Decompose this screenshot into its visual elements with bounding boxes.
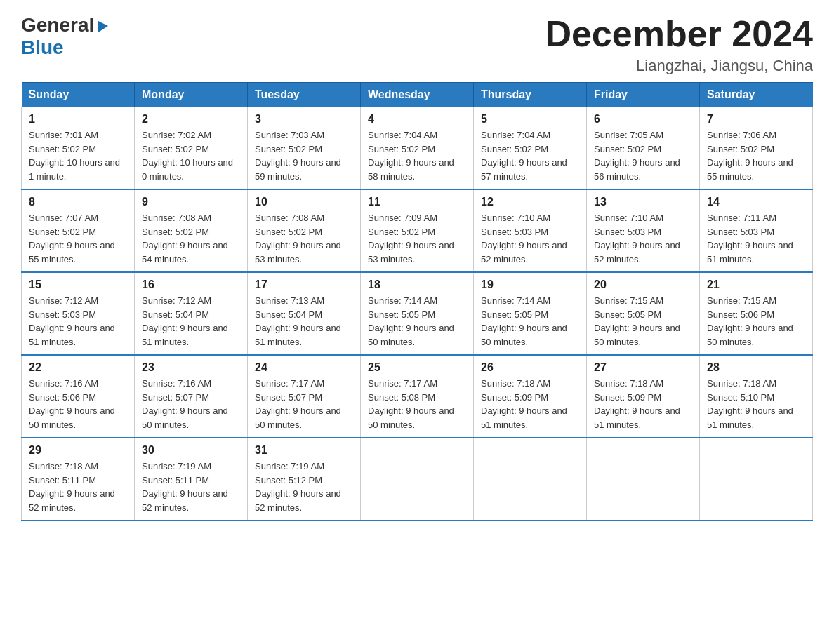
day-number: 5 [481,113,579,126]
svg-marker-0 [98,21,108,32]
col-wednesday: Wednesday [361,83,474,107]
table-row: 5 Sunrise: 7:04 AM Sunset: 5:02 PM Dayli… [474,107,587,190]
location-subtitle: Liangzhai, Jiangsu, China [545,57,813,75]
day-number: 17 [255,279,353,291]
table-row: 26 Sunrise: 7:18 AM Sunset: 5:09 PM Dayl… [474,355,587,438]
table-row [700,438,813,521]
table-row [587,438,700,521]
calendar-table: Sunday Monday Tuesday Wednesday Thursday… [21,82,813,521]
day-number: 12 [481,196,579,208]
table-row: 11 Sunrise: 7:09 AM Sunset: 5:02 PM Dayl… [361,189,474,272]
day-number: 18 [368,279,466,291]
table-row: 30 Sunrise: 7:19 AM Sunset: 5:11 PM Dayl… [135,438,248,521]
day-info: Sunrise: 7:19 AM Sunset: 5:12 PM Dayligh… [255,459,353,514]
calendar-week-row: 8 Sunrise: 7:07 AM Sunset: 5:02 PM Dayli… [22,189,813,272]
col-tuesday: Tuesday [248,83,361,107]
table-row [474,438,587,521]
table-row: 21 Sunrise: 7:15 AM Sunset: 5:06 PM Dayl… [700,272,813,355]
day-number: 30 [142,444,240,457]
day-number: 8 [29,196,127,208]
day-number: 2 [142,113,240,126]
title-block: December 2024 Liangzhai, Jiangsu, China [545,14,813,75]
logo-triangle-icon [95,18,111,34]
day-info: Sunrise: 7:12 AM Sunset: 5:04 PM Dayligh… [142,294,240,349]
day-number: 4 [368,113,466,126]
table-row [361,438,474,521]
table-row: 13 Sunrise: 7:10 AM Sunset: 5:03 PM Dayl… [587,189,700,272]
day-number: 28 [707,361,805,374]
col-friday: Friday [587,83,700,107]
table-row: 6 Sunrise: 7:05 AM Sunset: 5:02 PM Dayli… [587,107,700,190]
logo: General Blue [21,14,111,59]
day-info: Sunrise: 7:03 AM Sunset: 5:02 PM Dayligh… [255,128,353,183]
col-thursday: Thursday [474,83,587,107]
day-number: 24 [255,361,353,374]
table-row: 12 Sunrise: 7:10 AM Sunset: 5:03 PM Dayl… [474,189,587,272]
table-row: 28 Sunrise: 7:18 AM Sunset: 5:10 PM Dayl… [700,355,813,438]
day-number: 27 [594,361,692,374]
day-info: Sunrise: 7:19 AM Sunset: 5:11 PM Dayligh… [142,459,240,514]
table-row: 27 Sunrise: 7:18 AM Sunset: 5:09 PM Dayl… [587,355,700,438]
day-info: Sunrise: 7:15 AM Sunset: 5:06 PM Dayligh… [707,294,805,349]
day-info: Sunrise: 7:14 AM Sunset: 5:05 PM Dayligh… [481,294,579,349]
day-number: 31 [255,444,353,457]
day-info: Sunrise: 7:04 AM Sunset: 5:02 PM Dayligh… [481,128,579,183]
calendar-week-row: 1 Sunrise: 7:01 AM Sunset: 5:02 PM Dayli… [22,107,813,190]
table-row: 16 Sunrise: 7:12 AM Sunset: 5:04 PM Dayl… [135,272,248,355]
day-info: Sunrise: 7:18 AM Sunset: 5:09 PM Dayligh… [594,377,692,431]
day-info: Sunrise: 7:16 AM Sunset: 5:07 PM Dayligh… [142,377,240,431]
day-info: Sunrise: 7:10 AM Sunset: 5:03 PM Dayligh… [594,211,692,266]
col-sunday: Sunday [22,83,135,107]
table-row: 23 Sunrise: 7:16 AM Sunset: 5:07 PM Dayl… [135,355,248,438]
day-info: Sunrise: 7:06 AM Sunset: 5:02 PM Dayligh… [707,128,805,183]
day-info: Sunrise: 7:17 AM Sunset: 5:08 PM Dayligh… [368,377,466,431]
day-info: Sunrise: 7:04 AM Sunset: 5:02 PM Dayligh… [368,128,466,183]
table-row: 20 Sunrise: 7:15 AM Sunset: 5:05 PM Dayl… [587,272,700,355]
day-info: Sunrise: 7:17 AM Sunset: 5:07 PM Dayligh… [255,377,353,431]
table-row: 15 Sunrise: 7:12 AM Sunset: 5:03 PM Dayl… [22,272,135,355]
day-info: Sunrise: 7:08 AM Sunset: 5:02 PM Dayligh… [255,211,353,266]
table-row: 14 Sunrise: 7:11 AM Sunset: 5:03 PM Dayl… [700,189,813,272]
day-info: Sunrise: 7:08 AM Sunset: 5:02 PM Dayligh… [142,211,240,266]
day-info: Sunrise: 7:18 AM Sunset: 5:11 PM Dayligh… [29,459,127,514]
day-info: Sunrise: 7:14 AM Sunset: 5:05 PM Dayligh… [368,294,466,349]
table-row: 7 Sunrise: 7:06 AM Sunset: 5:02 PM Dayli… [700,107,813,190]
day-number: 19 [481,279,579,291]
day-number: 13 [594,196,692,208]
day-number: 26 [481,361,579,374]
day-number: 10 [255,196,353,208]
day-info: Sunrise: 7:12 AM Sunset: 5:03 PM Dayligh… [29,294,127,349]
calendar-week-row: 15 Sunrise: 7:12 AM Sunset: 5:03 PM Dayl… [22,272,813,355]
day-info: Sunrise: 7:05 AM Sunset: 5:02 PM Dayligh… [594,128,692,183]
table-row: 22 Sunrise: 7:16 AM Sunset: 5:06 PM Dayl… [22,355,135,438]
table-row: 9 Sunrise: 7:08 AM Sunset: 5:02 PM Dayli… [135,189,248,272]
day-number: 1 [29,113,127,126]
calendar-week-row: 29 Sunrise: 7:18 AM Sunset: 5:11 PM Dayl… [22,438,813,521]
day-info: Sunrise: 7:18 AM Sunset: 5:10 PM Dayligh… [707,377,805,431]
day-info: Sunrise: 7:11 AM Sunset: 5:03 PM Dayligh… [707,211,805,266]
day-info: Sunrise: 7:18 AM Sunset: 5:09 PM Dayligh… [481,377,579,431]
table-row: 2 Sunrise: 7:02 AM Sunset: 5:02 PM Dayli… [135,107,248,190]
day-number: 11 [368,196,466,208]
table-row: 31 Sunrise: 7:19 AM Sunset: 5:12 PM Dayl… [248,438,361,521]
day-number: 25 [368,361,466,374]
day-info: Sunrise: 7:10 AM Sunset: 5:03 PM Dayligh… [481,211,579,266]
day-number: 21 [707,279,805,291]
table-row: 18 Sunrise: 7:14 AM Sunset: 5:05 PM Dayl… [361,272,474,355]
day-number: 7 [707,113,805,126]
day-number: 16 [142,279,240,291]
day-number: 6 [594,113,692,126]
table-row: 1 Sunrise: 7:01 AM Sunset: 5:02 PM Dayli… [22,107,135,190]
table-row: 17 Sunrise: 7:13 AM Sunset: 5:04 PM Dayl… [248,272,361,355]
month-year-title: December 2024 [545,14,813,54]
day-info: Sunrise: 7:02 AM Sunset: 5:02 PM Dayligh… [142,128,240,183]
day-number: 29 [29,444,127,457]
table-row: 29 Sunrise: 7:18 AM Sunset: 5:11 PM Dayl… [22,438,135,521]
table-row: 8 Sunrise: 7:07 AM Sunset: 5:02 PM Dayli… [22,189,135,272]
calendar-week-row: 22 Sunrise: 7:16 AM Sunset: 5:06 PM Dayl… [22,355,813,438]
day-number: 23 [142,361,240,374]
day-info: Sunrise: 7:13 AM Sunset: 5:04 PM Dayligh… [255,294,353,349]
calendar-header-row: Sunday Monday Tuesday Wednesday Thursday… [22,83,813,107]
day-number: 20 [594,279,692,291]
logo-blue-text: Blue [21,36,64,58]
